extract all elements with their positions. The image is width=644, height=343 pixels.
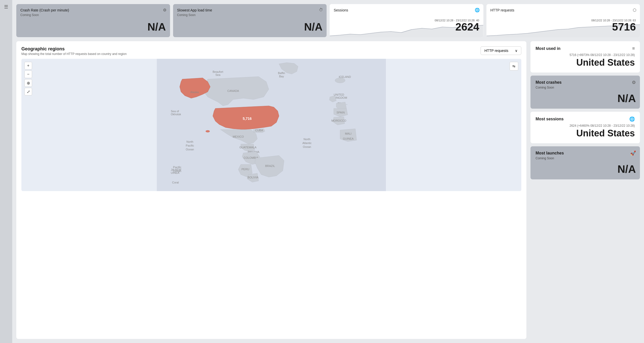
right-panel: Most used in ≡ 5716 (+8973% 08/12/22 10:… xyxy=(530,41,640,339)
most-launches-icon: 🚀 xyxy=(630,150,636,156)
most-used-title: Most used in xyxy=(536,46,561,51)
map-svg: ICELAND CANADA Alaska 5,716 MEXICO xyxy=(21,59,521,191)
most-used-header: Most used in ≡ xyxy=(536,46,635,51)
legend-button[interactable]: ⇆ xyxy=(510,62,518,70)
svg-text:CANADA: CANADA xyxy=(227,89,239,92)
svg-text:UINEA: UINEA xyxy=(171,171,179,174)
chevron-down-icon: ∨ xyxy=(515,49,517,53)
svg-text:North: North xyxy=(304,138,311,141)
svg-text:UNITED: UNITED xyxy=(334,93,344,96)
sidebar: ☰ xyxy=(0,0,12,343)
svg-text:Okhotsk: Okhotsk xyxy=(171,113,181,116)
most-crashes-icon: ⚙ xyxy=(632,80,636,85)
svg-text:ICELAND: ICELAND xyxy=(339,75,351,78)
map-container: + − ⊕ ⤢ ⇆ ICELAND xyxy=(21,59,521,191)
most-sessions-value: United States xyxy=(536,128,635,139)
svg-text:SPAIN: SPAIN xyxy=(337,111,345,114)
svg-point-6 xyxy=(206,130,210,132)
svg-text:GUINEA: GUINEA xyxy=(343,137,354,140)
crash-rate-card: Crash Rate (Crash per minute) Coming Soo… xyxy=(16,4,170,37)
most-launches-title: Most launches xyxy=(536,151,635,155)
most-sessions-header: Most sessions 🌐 xyxy=(536,116,635,122)
svg-text:BOLIVIA: BOLIVIA xyxy=(248,176,259,179)
most-sessions-meta: 2624 (+6460% 08/12/22 10:28 - 23/12/22 1… xyxy=(536,124,635,127)
http-requests-value: 5716 xyxy=(612,21,636,33)
svg-text:GUATEMALA: GUATEMALA xyxy=(239,146,257,149)
crash-rate-subtitle: Coming Soon xyxy=(20,13,166,17)
expand-button[interactable]: ⤢ xyxy=(24,88,32,95)
main-content: Crash Rate (Crash per minute) Coming Soo… xyxy=(12,0,644,343)
http-requests-card: HTTP requests ⬡ 08/12/22 10:28 - 23/12/2… xyxy=(486,4,640,37)
svg-text:Alaska: Alaska xyxy=(190,91,199,94)
most-crashes-subtitle: Coming Soon xyxy=(536,86,635,89)
sessions-title: Sessions xyxy=(334,8,479,12)
most-crashes-card: Most crashes Coming Soon ⚙ N/A xyxy=(530,76,640,109)
most-crashes-title: Most crashes xyxy=(536,80,635,85)
sessions-card: Sessions 🌐 08/12/22 10:28 - 23/12/22 10:… xyxy=(330,4,483,37)
most-used-icon: ≡ xyxy=(632,46,635,51)
svg-text:Beaufort: Beaufort xyxy=(213,70,223,73)
sessions-icon: 🌐 xyxy=(475,8,480,12)
svg-text:Sea: Sea xyxy=(215,73,220,76)
svg-text:MALI: MALI xyxy=(345,132,352,135)
svg-point-1 xyxy=(335,78,345,83)
svg-text:Ocean: Ocean xyxy=(303,145,311,148)
svg-text:BRAZIL: BRAZIL xyxy=(265,164,275,167)
most-sessions-title: Most sessions xyxy=(536,117,564,121)
most-used-card: Most used in ≡ 5716 (+8973% 08/12/22 10:… xyxy=(530,41,640,73)
svg-text:Atlantic: Atlantic xyxy=(302,141,312,145)
geo-title-block: Geographic regions Map showing the total… xyxy=(21,46,127,56)
most-sessions-icon: 🌐 xyxy=(629,116,635,122)
most-launches-value: N/A xyxy=(618,163,636,175)
slowest-load-subtitle: Coming Soon xyxy=(177,13,323,17)
slowest-load-value: N/A xyxy=(304,21,323,33)
svg-text:Coral: Coral xyxy=(172,181,179,184)
geo-header: Geographic regions Map showing the total… xyxy=(21,46,521,56)
geo-description: Map showing the total number of HTTP req… xyxy=(21,52,127,56)
zoom-out-button[interactable]: − xyxy=(24,70,32,78)
svg-text:North: North xyxy=(187,140,193,143)
crash-rate-value: N/A xyxy=(147,21,166,33)
svg-text:MOROCCO: MOROCCO xyxy=(331,119,346,122)
most-launches-card: Most launches Coming Soon 🚀 N/A xyxy=(530,146,640,179)
svg-text:PERU: PERU xyxy=(242,168,249,171)
main-panel: Geographic regions Map showing the total… xyxy=(16,41,640,339)
geo-dropdown-label: HTTP requests xyxy=(484,49,508,53)
svg-text:CUBA: CUBA xyxy=(255,129,263,132)
http-requests-icon: ⬡ xyxy=(633,8,636,12)
most-used-value: United States xyxy=(536,57,635,68)
http-requests-title: HTTP requests xyxy=(491,8,636,12)
svg-text:MEXICO: MEXICO xyxy=(233,135,244,138)
zoom-in-button[interactable]: + xyxy=(24,62,32,69)
sidebar-toggle-icon[interactable]: ☰ xyxy=(4,4,8,10)
geo-section: Geographic regions Map showing the total… xyxy=(16,41,526,339)
metrics-row: Crash Rate (Crash per minute) Coming Soo… xyxy=(16,4,640,37)
most-launches-subtitle: Coming Soon xyxy=(536,156,635,160)
svg-text:Bay: Bay xyxy=(279,75,284,78)
most-used-meta: 5716 (+8973% 08/12/22 10:28 - 23/12/22 1… xyxy=(536,53,635,57)
svg-text:Sea of: Sea of xyxy=(171,110,179,113)
most-sessions-card: Most sessions 🌐 2624 (+6460% 08/12/22 10… xyxy=(530,112,640,143)
most-crashes-value: N/A xyxy=(618,92,636,105)
crash-rate-title: Crash Rate (Crash per minute) xyxy=(20,8,166,12)
slowest-load-icon: ⏱ xyxy=(319,8,323,12)
crash-rate-icon: ⚙ xyxy=(163,8,166,12)
svg-text:Pacific: Pacific xyxy=(186,144,194,147)
legend-icon: ⇆ xyxy=(512,64,515,68)
slowest-load-card: Slowest App load time Coming Soon ⏱ N/A xyxy=(173,4,327,37)
sessions-value: 2624 xyxy=(455,21,479,33)
locate-button[interactable]: ⊕ xyxy=(24,79,32,87)
geo-dropdown[interactable]: HTTP requests ∨ xyxy=(481,46,521,55)
svg-text:5,716: 5,716 xyxy=(243,117,251,121)
svg-text:Ocean: Ocean xyxy=(186,148,194,151)
slowest-load-title: Slowest App load time xyxy=(177,8,323,12)
svg-text:JA NEW: JA NEW xyxy=(171,168,181,171)
map-controls: + − ⊕ ⤢ xyxy=(24,62,32,95)
svg-text:Baffin: Baffin xyxy=(278,72,285,75)
geo-title: Geographic regions xyxy=(21,46,127,52)
